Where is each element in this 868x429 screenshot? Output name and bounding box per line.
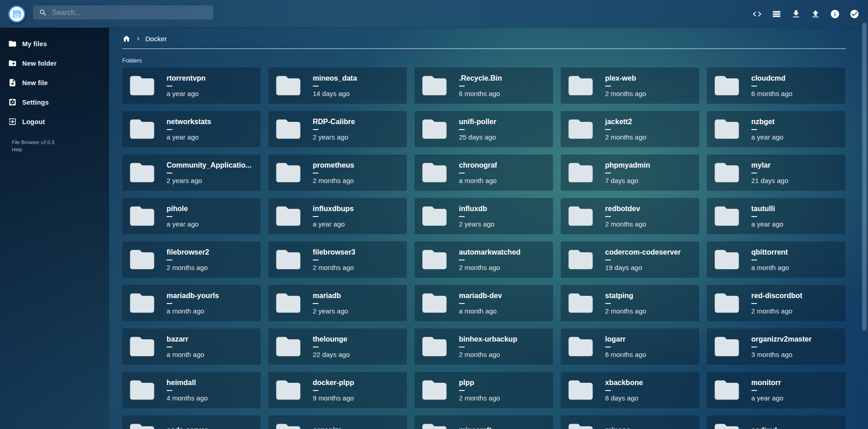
- sidebar-item-new-file[interactable]: New file: [0, 73, 109, 92]
- folder-card[interactable]: plpp2 months ago: [415, 372, 553, 408]
- folder-card[interactable]: .Recycle.Bin6 months ago: [415, 67, 553, 104]
- folder-card[interactable]: xbackbone8 days ago: [561, 372, 699, 408]
- folder-card[interactable]: mylar21 days ago: [707, 154, 845, 191]
- folder-modified: a year ago: [751, 394, 783, 402]
- folder-card[interactable]: docker-plpp9 months ago: [268, 372, 407, 408]
- folder-icon: [566, 332, 595, 361]
- folder-card[interactable]: networkstatsa year ago: [122, 111, 261, 147]
- folder-name: cloudcmd: [751, 74, 792, 83]
- sidebar-item-label: New file: [22, 79, 48, 87]
- breadcrumb-current[interactable]: Docker: [145, 35, 167, 43]
- folder-card[interactable]: plex-web2 months ago: [561, 67, 699, 104]
- switch-view-button[interactable]: [772, 9, 782, 19]
- name-divider: [313, 303, 319, 304]
- folder-name: thelounge: [313, 335, 350, 344]
- folder-modified: 25 days ago: [459, 133, 496, 141]
- folder-card[interactable]: Community_Applicatio...2 years ago: [122, 154, 261, 191]
- folder-meta: mariadb-deva month ago: [459, 291, 502, 315]
- folder-icon: [128, 332, 157, 361]
- folder-name: RDP-Calibre: [313, 117, 355, 126]
- folder-meta: codercom-codeserver19 days ago: [605, 248, 681, 272]
- folder-card[interactable]: mineos: [561, 415, 699, 429]
- folder-card[interactable]: minecraft: [415, 415, 553, 429]
- folder-card[interactable]: mariadb2 years ago: [268, 285, 407, 321]
- folder-card[interactable]: cloudcmd6 months ago: [707, 67, 845, 104]
- folder-card[interactable]: rtorrentvpna year ago: [122, 67, 261, 104]
- folder-name: mariadb-yourls: [167, 291, 219, 300]
- folder-card[interactable]: bazarra month ago: [122, 328, 261, 365]
- folder-card[interactable]: mineos_data14 days ago: [268, 67, 407, 104]
- folder-name: statping: [605, 291, 646, 300]
- folder-card[interactable]: code-server: [122, 415, 261, 429]
- folder-meta: xbackbone8 days ago: [605, 378, 643, 402]
- folder-modified: a month ago: [459, 307, 502, 315]
- folder-card[interactable]: organizrv2master3 months ago: [707, 328, 845, 365]
- folder-icon: [274, 289, 303, 318]
- folder-icon: [128, 115, 157, 144]
- folder-card[interactable]: binhex-urbackup2 months ago: [415, 328, 553, 365]
- folder-card[interactable]: filebrowser32 months ago: [268, 241, 407, 278]
- folder-card[interactable]: organizr: [268, 415, 407, 429]
- logout-icon: [8, 117, 17, 126]
- filebrowser-logo[interactable]: [8, 5, 25, 23]
- folder-card[interactable]: unifi-poller25 days ago: [415, 111, 553, 147]
- folder-name: mariadb-dev: [459, 291, 502, 300]
- folder-card[interactable]: qbittorrenta month ago: [707, 241, 845, 278]
- name-divider: [605, 129, 611, 130]
- folder-meta: tautullia year ago: [751, 204, 783, 228]
- sidebar-item-settings[interactable]: Settings: [0, 92, 109, 112]
- version-link[interactable]: File Browser v2.0.3: [12, 139, 109, 146]
- folder-card[interactable]: codimd: [707, 415, 845, 429]
- folder-name: automarkwatched: [459, 248, 520, 257]
- folder-card[interactable]: phpmyadmin7 days ago: [561, 154, 699, 191]
- folder-name: organizr: [313, 426, 341, 429]
- folder-card[interactable]: red-discordbot2 months ago: [707, 285, 845, 321]
- folder-card[interactable]: nzbgeta year ago: [707, 111, 845, 147]
- sidebar-item-logout[interactable]: Logout: [0, 112, 109, 131]
- folder-modified: a month ago: [167, 351, 204, 359]
- name-divider: [605, 303, 611, 304]
- help-link[interactable]: Help: [12, 146, 109, 153]
- folder-card[interactable]: mariadb-yourlsa month ago: [122, 285, 261, 321]
- folder-card[interactable]: logarr6 months ago: [561, 328, 699, 365]
- folder-meta: mylar21 days ago: [751, 161, 788, 185]
- folder-icon: [128, 158, 157, 187]
- folder-card[interactable]: jackett22 months ago: [561, 111, 699, 147]
- folder-icon: [420, 71, 449, 100]
- home-icon[interactable]: [122, 34, 131, 43]
- folder-card[interactable]: statping2 months ago: [561, 285, 699, 321]
- name-divider: [167, 260, 172, 260]
- folder-card[interactable]: monitorra year ago: [707, 372, 845, 408]
- folder-card[interactable]: codercom-codeserver19 days ago: [561, 241, 699, 278]
- name-divider: [167, 173, 172, 174]
- select-multiple-button[interactable]: [849, 9, 859, 19]
- search-input[interactable]: [51, 8, 209, 17]
- name-divider: [605, 390, 611, 391]
- sidebar-item-new-folder[interactable]: New folder: [0, 53, 109, 73]
- folder-card[interactable]: influxdbupsa year ago: [268, 198, 407, 234]
- download-icon: [791, 9, 801, 19]
- folder-card[interactable]: RDP-Calibre2 years ago: [268, 111, 407, 147]
- folder-card[interactable]: thelounge22 days ago: [268, 328, 407, 365]
- folder-card[interactable]: redbotdev2 months ago: [561, 198, 699, 234]
- breadcrumb-divider: [122, 48, 846, 49]
- folder-card[interactable]: chronografa month ago: [415, 154, 553, 191]
- folder-card[interactable]: mariadb-deva month ago: [415, 285, 553, 321]
- folder-card[interactable]: heimdall4 months ago: [122, 372, 261, 408]
- folder-card[interactable]: influxdb2 years ago: [415, 198, 553, 234]
- search-bar[interactable]: [33, 5, 213, 19]
- folder-icon: [274, 202, 303, 231]
- sidebar-item-my-files[interactable]: My files: [0, 34, 109, 53]
- folder-card[interactable]: prometheus2 months ago: [268, 154, 407, 191]
- info-button[interactable]: [830, 9, 840, 19]
- download-button[interactable]: [791, 9, 801, 19]
- scrollbar-thumb[interactable]: [862, 23, 867, 331]
- folder-card[interactable]: automarkwatched2 months ago: [415, 241, 553, 278]
- folder-card[interactable]: tautullia year ago: [707, 198, 845, 234]
- folder-icon: [128, 245, 157, 274]
- folder-card[interactable]: filebrowser22 months ago: [122, 241, 261, 278]
- shell-toggle-button[interactable]: [752, 9, 762, 19]
- folder-card[interactable]: piholea year ago: [122, 198, 261, 234]
- upload-button[interactable]: [811, 9, 820, 19]
- folder-name: nzbget: [751, 117, 783, 126]
